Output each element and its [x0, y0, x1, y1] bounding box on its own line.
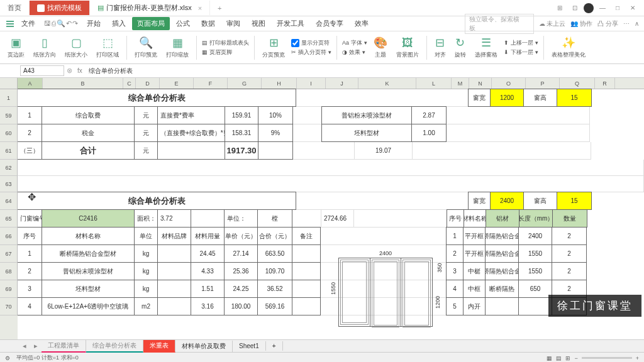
cell[interactable]: [296, 192, 469, 210]
menu-efficiency[interactable]: 效率: [350, 17, 374, 30]
view-break-icon[interactable]: ⊞: [565, 355, 570, 361]
sheet-tab[interactable]: 材料单价及取费: [175, 341, 233, 352]
cell[interactable]: m2: [134, 297, 158, 315]
cell[interactable]: [485, 297, 519, 315]
ribbon-top[interactable]: ⬆ 上移一层 ▾: [504, 39, 538, 47]
toolbar-redo-icon[interactable]: ↷: [72, 19, 78, 28]
view-page-icon[interactable]: ▤: [556, 355, 562, 361]
cell[interactable]: 4: [446, 280, 464, 298]
cell[interactable]: 材料名称: [464, 209, 486, 228]
tab-file[interactable]: ▤门窗报价用表-更换型材.xlsx×: [90, 1, 210, 15]
cell[interactable]: 2: [552, 227, 587, 245]
cell[interactable]: [447, 124, 590, 142]
cell[interactable]: 窗宽: [468, 192, 491, 210]
cell[interactable]: 2724.66: [321, 210, 354, 228]
cell[interactable]: [292, 244, 321, 263]
col-header[interactable]: L: [416, 78, 452, 89]
cell[interactable]: [292, 297, 321, 315]
cell[interactable]: 中梃: [463, 262, 486, 280]
menu-vip[interactable]: 会员专享: [311, 17, 348, 30]
cell[interactable]: [292, 210, 321, 228]
cell[interactable]: [293, 142, 355, 160]
cell[interactable]: （直接费+综合取费）*费率: [157, 124, 225, 142]
cell[interactable]: 断桥隔热: [485, 280, 519, 298]
avatar[interactable]: [584, 3, 594, 13]
col-header[interactable]: C: [123, 78, 136, 89]
row-header[interactable]: 59: [0, 107, 18, 124]
cell[interactable]: 24.45: [191, 244, 225, 263]
cell[interactable]: 1: [18, 244, 42, 263]
window-grid-icon[interactable]: ⊡: [569, 3, 581, 14]
cell[interactable]: 650: [518, 280, 552, 298]
cell[interactable]: 109.70: [257, 262, 292, 280]
ribbon-area[interactable]: ⬚打印区域: [94, 36, 121, 59]
cell[interactable]: 断桥隔热铝合金型: [485, 227, 519, 245]
more-icon[interactable]: ⋯: [623, 20, 630, 27]
cloud-status[interactable]: ☁ 未上云: [539, 19, 566, 28]
cell[interactable]: 面积：: [134, 209, 158, 228]
cell[interactable]: 3: [18, 280, 42, 298]
ribbon-preview[interactable]: 🔍打印预览: [132, 36, 160, 59]
row-header[interactable]: 60: [0, 124, 18, 142]
menu-insert[interactable]: 插入: [107, 17, 131, 30]
cell[interactable]: 数量: [552, 209, 587, 228]
cell[interactable]: 综合取费: [42, 106, 135, 124]
cell[interactable]: [321, 298, 447, 315]
row-header[interactable]: 68: [0, 263, 18, 280]
ribbon-title[interactable]: ▤ 打印标题或表头: [202, 39, 249, 47]
cell[interactable]: 1200: [490, 89, 524, 107]
ribbon-rotate[interactable]: ↻旋转: [452, 36, 469, 59]
cell[interactable]: 坯料型材: [42, 280, 135, 298]
tab-template[interactable]: 找稻壳模板: [30, 1, 90, 15]
search-input[interactable]: 独立吸令、探索横板: [465, 14, 534, 34]
cell[interactable]: 材料名称: [42, 227, 135, 245]
cell[interactable]: 1917.30: [225, 141, 258, 160]
cell[interactable]: 15: [557, 89, 592, 107]
menu-file[interactable]: 文件: [16, 17, 40, 30]
cell[interactable]: 158.31: [225, 124, 258, 142]
menu-review[interactable]: 审阅: [221, 17, 245, 30]
cell[interactable]: 断桥隔热铝合金型: [485, 262, 519, 280]
row-header[interactable]: 61: [0, 142, 18, 160]
cell[interactable]: [18, 176, 644, 192]
cell[interactable]: 9%: [258, 124, 293, 142]
cell[interactable]: （三）: [18, 141, 42, 160]
col-header[interactable]: F: [194, 78, 228, 89]
cell[interactable]: 2: [18, 262, 42, 280]
cell[interactable]: 断桥隔热铝合金型材: [42, 244, 135, 263]
cell[interactable]: 1550: [518, 262, 552, 280]
ribbon-orient[interactable]: ▯纸张方向: [31, 36, 58, 59]
cell[interactable]: 1.51: [191, 280, 225, 298]
ribbon-font[interactable]: Aa 字体 ▾: [342, 39, 367, 47]
cell[interactable]: 36.52: [257, 280, 292, 298]
status-gear-icon[interactable]: ⚙: [5, 355, 10, 361]
cell[interactable]: [321, 263, 447, 280]
cell[interactable]: 569.16: [257, 297, 292, 315]
col-header[interactable]: O: [492, 78, 526, 89]
row-header[interactable]: 1: [0, 89, 18, 107]
menu-view[interactable]: 视图: [247, 17, 270, 30]
cell[interactable]: 材料用量: [191, 227, 225, 245]
ribbon-bottom[interactable]: ⬇ 下移一层 ▾: [504, 48, 538, 57]
cell[interactable]: [157, 297, 191, 315]
add-sheet-button[interactable]: +: [266, 341, 283, 351]
cell[interactable]: 6Low-E+12A+6透明中空玻璃: [42, 297, 135, 315]
sheet-tab[interactable]: 综合单价分析表: [86, 340, 143, 353]
close-button[interactable]: ✕: [626, 3, 639, 14]
cell[interactable]: 1: [18, 106, 42, 124]
toolbar-preview-icon[interactable]: 🔍: [57, 19, 65, 28]
row-header[interactable]: 62: [0, 160, 18, 176]
cell[interactable]: 2400: [490, 192, 524, 210]
minimize-button[interactable]: —: [596, 3, 609, 14]
cell[interactable]: 159.91: [225, 106, 258, 124]
menu-start[interactable]: 开始: [82, 17, 106, 30]
cell[interactable]: 单位：: [224, 209, 258, 228]
cell[interactable]: 樘: [257, 209, 292, 228]
menu-layout[interactable]: 页面布局: [132, 17, 170, 30]
toolbar-save-icon[interactable]: 🖫: [44, 19, 51, 28]
cell[interactable]: 税金: [42, 124, 135, 142]
cell[interactable]: 序号: [447, 209, 464, 228]
cell[interactable]: [413, 142, 591, 160]
cell[interactable]: [157, 280, 191, 298]
name-box[interactable]: A43: [20, 65, 64, 76]
